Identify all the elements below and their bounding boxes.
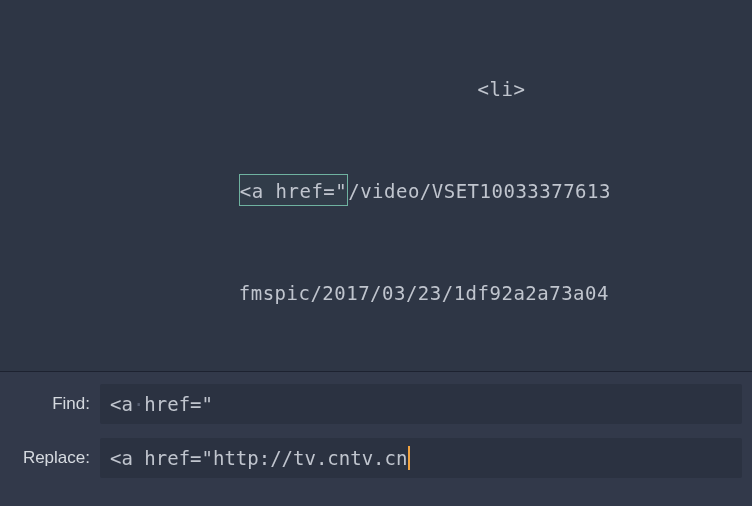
code-line: fmspic/2017/03/23/1df92a2a73a04: [0, 276, 752, 310]
find-match-highlight: <a href=": [239, 174, 348, 206]
find-replace-panel: Find: <a·href=" Replace: <a href="http:/…: [0, 371, 752, 506]
replace-row: Replace: <a href="http://tv.cntv.cn: [10, 438, 742, 478]
find-input[interactable]: <a·href=": [100, 384, 742, 424]
text-cursor: [408, 446, 410, 470]
code-line: <li>: [0, 72, 752, 106]
code-editor[interactable]: <li> <a href="/video/VSET10033377613 fms…: [0, 0, 752, 320]
code-line: <a href="/video/VSET10033377613: [0, 174, 752, 208]
whitespace-dot-icon: ·: [133, 393, 144, 415]
replace-input[interactable]: <a href="http://tv.cntv.cn: [100, 438, 742, 478]
find-row: Find: <a·href=": [10, 384, 742, 424]
find-label: Find:: [10, 394, 100, 414]
replace-label: Replace:: [10, 448, 100, 468]
